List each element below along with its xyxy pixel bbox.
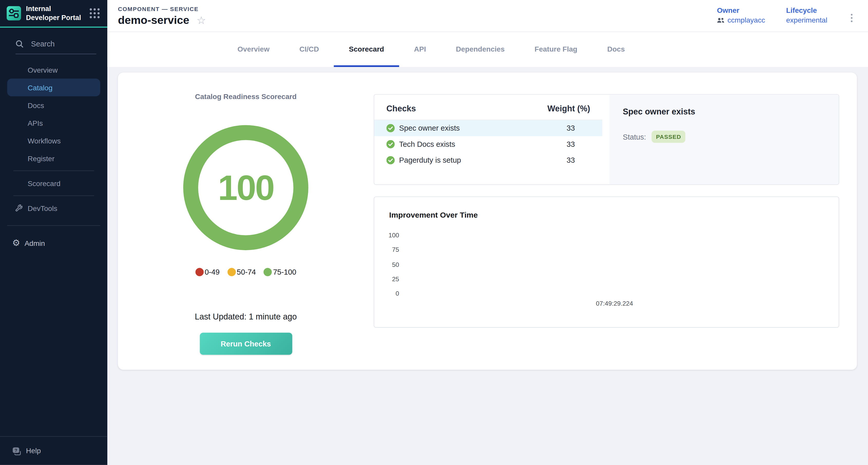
sidebar-item-workflows[interactable]: Workflows: [7, 132, 100, 149]
status-label: Status:: [623, 133, 646, 141]
admin-label: Admin: [25, 239, 45, 247]
check-weight: 33: [551, 156, 590, 164]
app-root: Internal Developer Portal Overview Catal…: [0, 0, 868, 465]
content-area: Catalog Readiness Scorecard 100 0-49 50-…: [107, 67, 868, 465]
table-row[interactable]: Spec owner exists 33: [374, 120, 602, 136]
y-axis-tick: 50: [377, 261, 399, 268]
tab-scorecard[interactable]: Scorecard: [334, 32, 399, 67]
sidebar-item-docs[interactable]: Docs: [7, 96, 100, 114]
lifecycle-block: Lifecycle experimental: [786, 6, 828, 24]
tab-docs[interactable]: Docs: [592, 32, 640, 67]
score-value: 100: [218, 167, 274, 208]
search-icon: [16, 40, 24, 48]
divider: [7, 225, 100, 226]
sidebar-item-devtools[interactable]: DevTools: [7, 199, 100, 217]
wrench-icon: [15, 204, 23, 212]
people-icon: [717, 17, 724, 23]
weight-column-header: Weight (%): [548, 103, 590, 113]
sidebar-item-register[interactable]: Register: [7, 149, 100, 167]
tab-cicd[interactable]: CI/CD: [284, 32, 334, 67]
legend-item: 75-100: [264, 268, 296, 276]
page-title: demo-service: [118, 13, 189, 26]
divider: [13, 170, 94, 171]
check-name: Pagerduty is setup: [399, 156, 461, 164]
improvement-chart: Improvement Over Time 100 75 50 25 0 07:…: [374, 196, 839, 328]
sidebar-item-overview[interactable]: Overview: [7, 61, 100, 79]
legend-item: 0-49: [195, 268, 220, 276]
tab-feature-flag[interactable]: Feature Flag: [520, 32, 592, 67]
apps-grid-icon[interactable]: [89, 7, 101, 19]
table-row[interactable]: Pagerduty is setup 33: [374, 152, 602, 168]
sidebar-item-label: DevTools: [28, 204, 57, 212]
tab-api[interactable]: API: [399, 32, 441, 67]
owner-value: ccmplayacc: [727, 16, 765, 24]
rerun-checks-button[interactable]: Rerun Checks: [200, 333, 292, 355]
chart-title: Improvement Over Time: [389, 211, 477, 219]
y-axis-tick: 0: [377, 290, 399, 297]
table-row[interactable]: Tech Docs exists 33: [374, 136, 602, 152]
gauge-title: Catalog Readiness Scorecard: [195, 92, 297, 101]
score-legend: 0-49 50-74 75-100: [195, 268, 297, 276]
sidebar-footer: ? Help: [0, 436, 107, 465]
svg-text:?: ?: [14, 447, 18, 453]
favorite-star-icon[interactable]: ☆: [196, 14, 206, 25]
check-passed-icon: [386, 124, 395, 132]
tab-overview[interactable]: Overview: [222, 32, 284, 67]
sidebar-item-apis[interactable]: APIs: [7, 114, 100, 132]
check-detail-title: Spec owner exists: [623, 107, 826, 116]
legend-dot-green: [264, 268, 272, 276]
checks-table: Checks Weight (%) Spec owner exists: [374, 95, 602, 184]
sidebar-header: Internal Developer Portal: [0, 0, 107, 28]
checks-column-header: Checks: [386, 103, 548, 113]
brand-logo-icon: [7, 6, 21, 21]
sidebar-search[interactable]: [16, 39, 96, 54]
owner-link[interactable]: ccmplayacc: [717, 16, 765, 24]
sidebar-item-scorecard[interactable]: Scorecard: [7, 174, 100, 192]
kebab-menu-icon[interactable]: [848, 10, 855, 25]
score-gauge: 100: [183, 125, 308, 250]
search-input[interactable]: [30, 39, 82, 49]
sidebar-item-help[interactable]: ? Help: [0, 437, 107, 465]
checks-table-header: Checks Weight (%): [374, 95, 602, 120]
sidebar-item-catalog[interactable]: Catalog: [7, 79, 100, 96]
check-weight: 33: [551, 124, 590, 132]
owner-label: Owner: [717, 6, 765, 14]
y-axis-tick: 25: [377, 276, 399, 282]
help-chat-icon: ?: [12, 446, 22, 456]
entity-tabs: Overview CI/CD Scorecard API Dependencie…: [107, 32, 868, 67]
status-badge: PASSED: [652, 131, 685, 143]
sidebar: Internal Developer Portal Overview Catal…: [0, 0, 107, 465]
check-weight: 33: [551, 140, 590, 148]
check-passed-icon: [386, 140, 395, 148]
check-name: Spec owner exists: [399, 124, 460, 132]
check-name: Tech Docs exists: [399, 140, 455, 148]
scorecard-card: Catalog Readiness Scorecard 100 0-49 50-…: [118, 73, 857, 370]
entity-header: COMPONENT — SERVICE demo-service ☆ Owner: [107, 0, 868, 32]
lifecycle-label: Lifecycle: [786, 6, 828, 14]
help-label: Help: [26, 447, 41, 455]
last-updated-text: Last Updated: 1 minute ago: [195, 312, 297, 321]
legend-dot-red: [195, 268, 204, 276]
check-passed-icon: [386, 156, 395, 164]
brand-title: Internal Developer Portal: [26, 4, 84, 22]
lifecycle-value[interactable]: experimental: [786, 16, 828, 24]
owner-block: Owner ccmplayacc: [717, 6, 765, 24]
sidebar-item-admin[interactable]: ⚙ Admin: [7, 234, 100, 252]
check-detail-panel: Spec owner exists Status: PASSED: [610, 95, 839, 184]
legend-item: 50-74: [227, 268, 256, 276]
main-area: COMPONENT — SERVICE demo-service ☆ Owner: [107, 0, 868, 465]
y-axis-tick: 75: [377, 246, 399, 253]
checks-panel: Checks Weight (%) Spec owner exists: [374, 94, 839, 185]
y-axis-tick: 100: [377, 232, 399, 239]
details-column: Checks Weight (%) Spec owner exists: [374, 73, 857, 370]
gear-icon: ⚙: [12, 239, 20, 248]
legend-dot-yellow: [227, 268, 236, 276]
sidebar-nav: Overview Catalog Docs APIs Workflows Reg…: [0, 61, 107, 217]
tab-dependencies[interactable]: Dependencies: [441, 32, 520, 67]
gauge-column: Catalog Readiness Scorecard 100 0-49 50-…: [118, 73, 373, 370]
divider: [13, 195, 94, 196]
x-axis-tick: 07:49:29.224: [596, 300, 633, 307]
breadcrumb: COMPONENT — SERVICE: [118, 5, 206, 12]
